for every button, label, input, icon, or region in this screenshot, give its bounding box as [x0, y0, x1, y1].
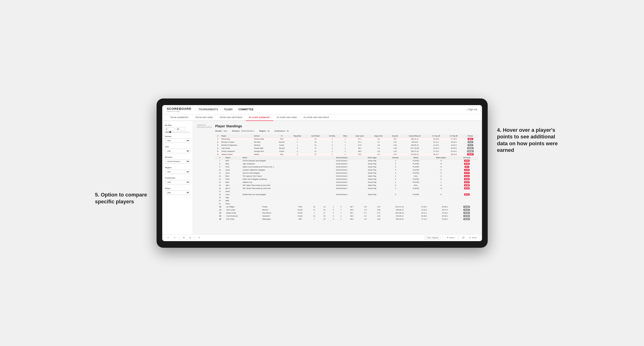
comment-button[interactable]: 💬	[461, 236, 466, 239]
no-rds-min-input[interactable]	[165, 127, 174, 131]
player-select[interactable]: (All)	[165, 190, 190, 195]
cell-rds: 2	[325, 147, 340, 150]
logo-area: SCOREBOARD Powered by clippi	[167, 107, 192, 112]
cell-points[interactable]: 39.95	[455, 214, 478, 217]
cell-player: Wenyi Ding	[220, 138, 253, 141]
tab-team-h2h-grid[interactable]: TEAM H2H GRID	[192, 114, 216, 121]
detail-col-event: Event	[242, 156, 325, 160]
detail-cell-rank: 14	[215, 181, 224, 184]
tab-team-h2h-heatmap[interactable]: TEAM H2H HEATMAP	[216, 114, 246, 121]
cell-rank: 3	[215, 144, 220, 147]
gender-select[interactable]: Men	[165, 138, 190, 143]
standings-row[interactable]: 2 Michael La Sasso Ole Miss Second 1 18 …	[215, 141, 478, 144]
grid-button[interactable]: ⊞	[182, 236, 186, 239]
conference-select[interactable]: (All)	[165, 180, 190, 184]
cell-player: Michael La Sasso	[220, 141, 253, 144]
tab-player-summary[interactable]: PLAYER SUMMARY	[246, 114, 274, 121]
detail-cell-event: Wake Forest Invitational at Pinehurst No…	[242, 165, 325, 169]
cell-rds: 1	[330, 205, 337, 208]
cell-points[interactable]: 40.27	[455, 208, 478, 211]
standings-row[interactable]: 1 Wenyi Ding Arizona State First 1 15 1 …	[215, 138, 478, 141]
cell-points[interactable]: 70.1	[462, 144, 478, 147]
tab-team-summary[interactable]: TEAM SUMMARY	[167, 114, 192, 121]
lower-standings-row[interactable]: 22 Ian Gilligan Florida Third 10 24 1 0 …	[215, 205, 478, 208]
sidebar-division: Division NCAA Division I	[165, 156, 190, 164]
lower-standings-row[interactable]: 23 Jack Lundin Missouri Fourth 11 24 0 1…	[215, 208, 478, 211]
undo-button[interactable]: ↩	[166, 236, 170, 239]
view-original-button[interactable]: View: Original	[424, 236, 440, 239]
detail-cell-player: Alex C	[224, 187, 242, 190]
cell-points[interactable]: 88.2	[462, 138, 478, 141]
cell-vs25: 12-10-2	[427, 144, 445, 147]
cell-wins: 0	[337, 205, 345, 208]
detail-row: 15 Jake I SEC Match Play hosted by Jerry…	[215, 184, 478, 187]
cell-rds: 2	[325, 150, 340, 153]
standings-row[interactable]: 3 Michael Thorbjornsen Stanford Fourth 1…	[215, 144, 478, 147]
sign-out-button[interactable]: | Sign out	[467, 108, 477, 111]
lower-standings-row[interactable]: 24 Bastien Amat New Mexico Fourth 1 27 2…	[215, 211, 478, 214]
cell-points[interactable]: 68.94	[462, 147, 478, 150]
detail-cell-points: 53.60	[456, 162, 478, 165]
cell-vs25: 19-11-1	[427, 141, 445, 144]
tab-player-h2h-grid[interactable]: PLAYER H2H GRID	[274, 114, 300, 121]
cell-conf-rank: 27	[319, 211, 330, 214]
cell-points[interactable]: 58.18	[462, 153, 478, 156]
cell-to-par: -2.8	[369, 144, 388, 147]
no-rds-slider[interactable]	[165, 132, 190, 133]
standings-table: # Player School Yr Reg Rank Conf Rank No…	[215, 134, 478, 156]
table-area: Update time: 27/01/2024 16:56:26 Player …	[193, 121, 482, 234]
detail-cell-points: 24.11	[456, 174, 478, 177]
tab-player-h2h-heatmap[interactable]: PLAYER H2H HEATMAP	[300, 114, 332, 121]
detail-cell-rank-impact: +1	[426, 159, 456, 162]
cell-to-par: -3.2	[369, 138, 388, 141]
detail-cell-type: Stroke Play	[359, 159, 385, 162]
redo-button[interactable]: ↪	[172, 236, 177, 239]
col-adj-score: Adj. Score	[350, 134, 369, 138]
cell-points[interactable]: 40.02	[455, 211, 478, 214]
cell-points[interactable]: 38.49	[455, 217, 478, 221]
region-select[interactable]: N/A	[165, 170, 190, 174]
cell-record: 533-57-16	[402, 150, 427, 153]
copy-button[interactable]: ⧉	[188, 236, 192, 240]
cell-yr: First	[275, 138, 288, 141]
detail-cell-rank: 20	[215, 199, 224, 202]
col-to-par: Avg to-Par	[369, 134, 388, 138]
detail-cell-type: Stroke Play	[359, 181, 385, 184]
watch-button[interactable]: 👁 Watch	[445, 236, 456, 239]
cell-reg-rank: 7	[309, 217, 319, 221]
detail-cell-rank: 19	[215, 196, 224, 199]
cell-to-par: -1.8	[359, 217, 372, 221]
annotation-left: 5. Option to compare specific players	[95, 191, 152, 205]
nav-tournaments[interactable]: TOURNAMENTS	[198, 107, 218, 112]
clock-button[interactable]: ⏱	[197, 236, 202, 239]
detail-cell-rounds: 3	[386, 172, 406, 174]
cell-points[interactable]: 48.68	[455, 205, 478, 208]
cell-to-par: -2.3	[359, 208, 372, 211]
division-select[interactable]: NCAA Division I	[165, 159, 190, 164]
cell-points[interactable]: 76.3	[462, 141, 478, 144]
detail-cell-rounds: 3	[386, 193, 406, 196]
lower-standings-row[interactable]: 25 Cole Sherwood Vanderbilt Fourth 12 23…	[215, 214, 478, 217]
standings-row[interactable]: 6 Jackson Kohon Auburn First 2 27 1 2 67…	[215, 153, 478, 156]
cell-sg: 1.68	[372, 208, 386, 211]
lower-standings-row[interactable]: 26 Petr Hruby Washington Fifth 7 23 0 1 …	[215, 217, 478, 221]
nav-committee[interactable]: COMMITTEE	[238, 107, 254, 112]
cell-points[interactable]: 60.89	[462, 150, 478, 153]
detail-cell-rank-impact: +1	[426, 172, 456, 174]
cell-conf-rank: 24	[319, 205, 330, 208]
cell-conf-rank: 23	[319, 217, 330, 221]
detail-cell-division: NCAA Division I	[325, 177, 359, 181]
nav-teams[interactable]: TEAMS	[224, 107, 233, 112]
detail-cell-rounds	[386, 196, 406, 199]
share-button[interactable]: ⬆ Share	[468, 236, 478, 239]
detail-cell-rank-impact: +1	[426, 193, 456, 196]
standings-row[interactable]: 4 Luke Claten Florida State Second 5 27 …	[215, 147, 478, 150]
standings-row[interactable]: 5 Christo Lamprecht Georgia Tech Fourth …	[215, 150, 478, 153]
cell-record: 547-142-38	[402, 147, 427, 150]
sidebar-conference: Conference (All)	[165, 177, 190, 184]
detail-cell-rank-impact: +1	[426, 174, 456, 177]
cell-sg: 3.07	[388, 138, 402, 141]
no-rds-max-input[interactable]	[176, 127, 186, 131]
year-select[interactable]: (All)	[165, 149, 190, 153]
gender-filter-label: Gender:	[215, 130, 222, 132]
